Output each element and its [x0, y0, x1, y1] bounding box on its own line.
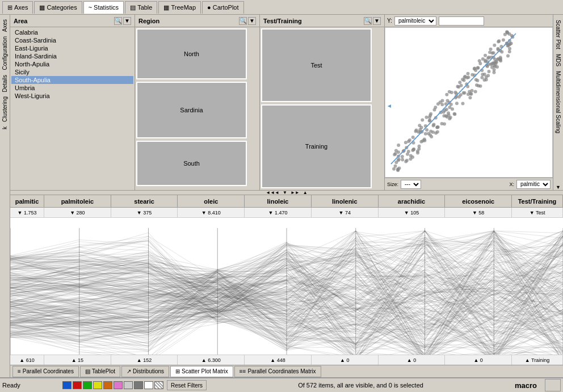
statistics-icon: ~ — [89, 4, 92, 11]
parallel-col-linoleic[interactable]: linoleic — [245, 195, 312, 207]
tab-treemap[interactable]: ▦ TreeMap — [158, 1, 201, 14]
parallel-col-palmitoleic[interactable]: palmitoleic — [44, 195, 111, 207]
region-south[interactable]: South — [136, 141, 247, 186]
parallel-col-linolenic[interactable]: linolenic — [312, 195, 379, 207]
svg-point-47 — [425, 128, 428, 132]
swatch-pink[interactable] — [114, 381, 123, 389]
svg-point-51 — [428, 116, 431, 119]
area-item-coast-sardinia[interactable]: Coast-Sardinia — [11, 36, 133, 44]
area-item-calabria[interactable]: Calabria — [11, 28, 133, 36]
section-scroll-indicator: ◄◄◄ ▼ ►► ▲ — [10, 191, 563, 195]
right-tab-scatter[interactable]: Scatter Plot — [554, 18, 562, 52]
swatch-darkgray[interactable] — [134, 381, 143, 389]
tab-table[interactable]: ▤ Table — [125, 1, 157, 14]
test-zoom-in[interactable]: 🔍 — [364, 17, 372, 25]
tab-statistics[interactable]: ~ Statistics — [83, 1, 124, 14]
scatter-search-input[interactable] — [439, 16, 484, 26]
right-tab-multidim[interactable]: Multidimensional Scaling — [554, 69, 562, 136]
swatch-pattern[interactable] — [154, 381, 163, 389]
right-scroll-down[interactable]: ▼ — [556, 184, 561, 190]
svg-point-198 — [429, 112, 432, 116]
parallel-col-eicosenoic[interactable]: eicosenoic — [445, 195, 512, 207]
swatch-green[interactable] — [83, 381, 92, 389]
scatter-controls: Y: palmitoleic — [385, 15, 553, 27]
scatter-size-dropdown[interactable]: --- — [401, 180, 421, 189]
svg-point-202 — [421, 118, 424, 121]
region-sardinia[interactable]: Sardinia — [136, 82, 247, 138]
svg-point-192 — [467, 75, 470, 79]
test-treemap[interactable]: Test Training — [260, 27, 384, 190]
svg-point-123 — [450, 91, 453, 94]
sidebar-item-axes[interactable]: Axes — [1, 18, 9, 33]
footer-tab-parallel-coords[interactable]: ≡ Parallel Coordinates — [12, 366, 79, 377]
parallel-col-stearic[interactable]: stearic — [111, 195, 178, 207]
svg-point-165 — [416, 150, 419, 153]
region-zoom-out[interactable]: ▼ — [248, 17, 256, 25]
scatter-y-dropdown[interactable]: palmitoleic — [394, 16, 436, 26]
parallel-col-oleic[interactable]: oleic — [178, 195, 245, 207]
footer-tab-distributions[interactable]: ↗ Distributions — [121, 366, 169, 377]
swatch-white[interactable] — [144, 381, 153, 389]
swatch-red[interactable] — [73, 381, 82, 389]
region-treemap[interactable]: North Sardinia South — [135, 27, 259, 190]
sidebar-item-details[interactable]: Details — [1, 73, 9, 94]
svg-point-13 — [508, 50, 511, 53]
right-tab-mds[interactable]: MDS — [554, 52, 562, 69]
parallel-top-val-6: ▼ 105 — [379, 208, 446, 217]
area-item-west-liguria[interactable]: West-Liguria — [11, 92, 133, 100]
parallel-col-arachidic[interactable]: arachidic — [379, 195, 446, 207]
sidebar-item-k[interactable]: k — [1, 125, 9, 131]
area-item-umbria[interactable]: Umbria — [11, 84, 133, 92]
swatch-yellow[interactable] — [93, 381, 102, 389]
test-panel-header: Test/Training 🔍 ▼ — [260, 15, 384, 27]
svg-line-221 — [391, 33, 516, 164]
swatch-blue[interactable] — [62, 381, 72, 389]
sidebar-item-clustering[interactable]: Clustering — [1, 95, 9, 124]
svg-point-179 — [418, 128, 422, 132]
macro-icon[interactable] — [545, 379, 561, 391]
parallel-svg — [10, 228, 563, 365]
tab-categories[interactable]: ▦ Categories — [34, 1, 82, 14]
svg-point-142 — [392, 167, 396, 171]
area-item-north-apulia[interactable]: North-Apulia — [11, 60, 133, 68]
test-zoom-out[interactable]: ▼ — [373, 17, 381, 25]
footer-tab-scatter-matrix[interactable]: ⊞ Scatter Plot Matrix — [170, 366, 233, 377]
swatch-lightgray[interactable] — [124, 381, 133, 389]
tab-axes[interactable]: ⊞ Axes — [2, 1, 33, 14]
svg-point-194 — [473, 66, 476, 70]
swatch-orange[interactable] — [103, 381, 112, 389]
parallel-bottom-val-2: ▲ 152 — [111, 355, 178, 365]
area-item-east-liguria[interactable]: East-Liguria — [11, 44, 133, 52]
table-icon: ▤ — [130, 4, 136, 11]
region-north[interactable]: North — [136, 28, 247, 79]
area-panel: Area 🔍 ▼ CalabriaCoast-SardiniaEast-Ligu… — [10, 15, 135, 190]
reset-filters-button[interactable]: Reset Filters — [167, 380, 207, 390]
parallel-header: palmiticpalmitoleicstearicoleiclinoleicl… — [10, 195, 563, 208]
test-panel-controls: 🔍 ▼ — [364, 17, 381, 25]
sidebar-item-configuration[interactable]: Configuration — [1, 35, 9, 71]
area-item-sicily[interactable]: Sicily — [11, 68, 133, 76]
test-block[interactable]: Test — [261, 28, 372, 102]
svg-point-174 — [434, 106, 437, 109]
training-block[interactable]: Training — [261, 104, 372, 188]
footer-tab-parallel-matrix[interactable]: ≡≡ Parallel Coordinates Matrix — [234, 366, 321, 377]
footer-tab-tableplot[interactable]: ▤ TablePlot — [80, 366, 120, 377]
svg-point-168 — [478, 59, 481, 62]
scatter-left-arrow: ◄ — [386, 103, 392, 109]
scatter-x-dropdown[interactable]: palmitic — [516, 180, 551, 189]
region-panel-title: Region — [138, 18, 159, 24]
parallel-col-palmitic[interactable]: palmitic — [10, 195, 44, 207]
parallel-canvas[interactable] — [10, 228, 563, 365]
svg-point-135 — [414, 130, 418, 133]
region-zoom-in[interactable]: 🔍 — [239, 17, 247, 25]
tab-cartoplot[interactable]: ● CartoPlot — [202, 1, 244, 14]
area-zoom-out[interactable]: ▼ — [123, 17, 131, 25]
parallel-bottom-val-1: ▲ 15 — [44, 355, 111, 365]
scatter-plot-area[interactable]: ◄ — [385, 27, 553, 178]
area-item-inland-sardinia[interactable]: Inland-Sardinia — [11, 52, 133, 60]
area-zoom-in[interactable]: 🔍 — [114, 17, 122, 25]
area-item-south-apulia[interactable]: South-Apulia — [11, 76, 133, 84]
svg-point-220 — [469, 92, 473, 96]
svg-point-28 — [493, 44, 496, 47]
parallel-col-test-training[interactable]: Test/Training — [512, 195, 563, 207]
